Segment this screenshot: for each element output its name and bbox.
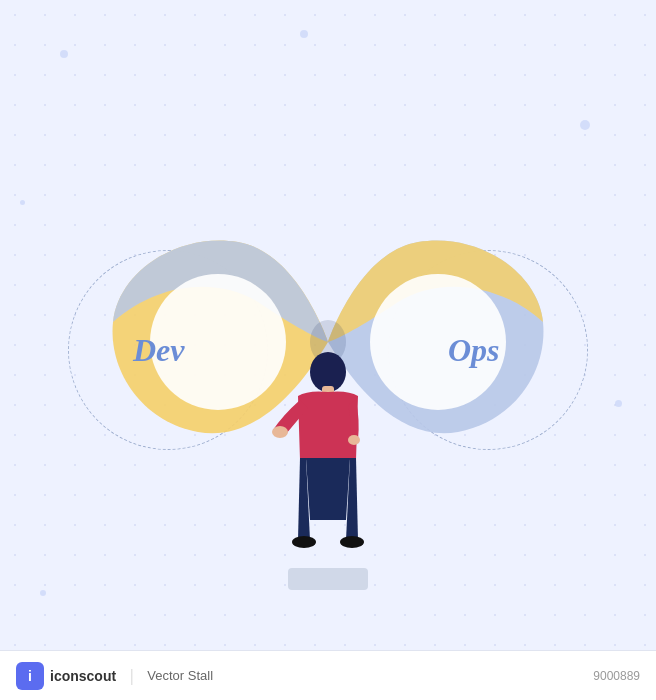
deco-dot-5: [615, 400, 622, 407]
illustration-container: Dev Ops: [0, 0, 656, 700]
deco-dot-3: [40, 590, 46, 596]
person-figure: [268, 350, 388, 570]
item-id: 9000889: [593, 669, 640, 683]
svg-point-6: [348, 435, 360, 445]
logo-icon-box: i: [16, 662, 44, 690]
logo-letter: i: [28, 668, 32, 684]
svg-point-8: [340, 536, 364, 548]
watermark-text: Vector Stall: [147, 668, 213, 683]
svg-point-1: [370, 274, 506, 410]
svg-point-0: [150, 274, 286, 410]
svg-point-7: [292, 536, 316, 548]
podium: [288, 568, 368, 590]
iconscout-logo: i iconscout: [16, 662, 116, 690]
logo-name: iconscout: [50, 668, 116, 684]
deco-dot-1: [60, 50, 68, 58]
deco-dot-6: [20, 200, 25, 205]
deco-dot-2: [580, 120, 590, 130]
deco-dot-4: [300, 30, 308, 38]
bottom-bar: i iconscout | Vector Stall 9000889: [0, 650, 656, 700]
svg-point-5: [272, 426, 288, 438]
footer-separator: |: [130, 667, 133, 685]
